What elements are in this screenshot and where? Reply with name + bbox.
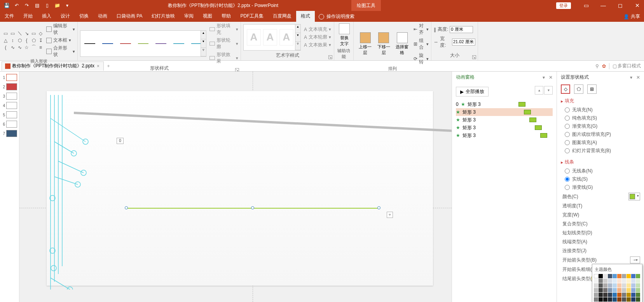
anim-item[interactable]: ★矩形 3 (456, 132, 553, 139)
opt-no-fill[interactable]: 无填充(N) (561, 106, 640, 114)
rotate-button[interactable]: ⟳旋转 ▾ (414, 52, 429, 65)
thumb-2[interactable]: 2 (2, 83, 17, 90)
opt-solid-line[interactable]: 实线(S) (561, 175, 640, 183)
qat-more-icon[interactable]: ▾ (64, 2, 71, 9)
group-button[interactable]: ⊞组合 ▾ (414, 37, 429, 51)
resize-handle-mid[interactable] (251, 206, 254, 209)
launcher-icon[interactable]: ↘ (328, 55, 332, 59)
tab-help[interactable]: 帮助 (217, 11, 236, 22)
theme-color-grid[interactable] (594, 274, 641, 302)
login-button[interactable]: 登录 (556, 2, 571, 9)
tab-transition[interactable]: 切换 (75, 11, 93, 22)
begin-arrow-type-button[interactable]: ⇢▾ (630, 256, 640, 263)
shape-effects-button[interactable]: 形状效果 ▾ (209, 51, 238, 65)
undo-icon[interactable]: ↶ (13, 2, 20, 9)
share-button[interactable]: 👤 共享 (620, 11, 644, 22)
anim-item[interactable]: ★矩形 3 (456, 108, 553, 116)
tab-insert[interactable]: 插入 (37, 11, 56, 22)
fmt-pane-options-icon[interactable]: ▾ (630, 75, 632, 80)
opt-picture-fill[interactable]: 图片或纹理填充(P) (561, 130, 640, 139)
move-down-button[interactable]: ▾ (544, 86, 553, 95)
text-outline-button[interactable]: A文本轮廓 ▾ (304, 34, 331, 40)
new-file-icon[interactable]: ▯ (44, 2, 51, 9)
wa-more-icon[interactable]: ▿ (295, 42, 300, 50)
minimize-icon[interactable]: — (597, 2, 610, 9)
tab-pocket-anim[interactable]: 口袋动画 PA (112, 11, 147, 22)
shape-outline-button[interactable]: 形状轮廓 ▾ (209, 37, 238, 50)
move-up-button[interactable]: ▴ (535, 86, 543, 95)
wordart-gallery[interactable]: AAA ▴▾▿ (243, 24, 301, 51)
text-fill-button[interactable]: A文本填充 ▾ (304, 26, 331, 33)
tool-icon-2[interactable]: ✿ (602, 63, 606, 69)
tab-review[interactable]: 审阅 (180, 11, 198, 22)
width-input[interactable] (452, 39, 475, 46)
align-button[interactable]: ⇤对齐 ▾ (414, 23, 429, 36)
tool-icon-1[interactable]: ⚲ (595, 63, 599, 69)
anim-pane-options-icon[interactable]: ▾ (543, 75, 545, 80)
close-icon[interactable]: ✕ (631, 2, 644, 9)
redo-icon[interactable]: ↷ (23, 2, 30, 9)
ribbon-display-icon[interactable]: ▭ (579, 2, 593, 9)
thumb-5[interactable]: 5 (2, 111, 17, 118)
maximize-icon[interactable]: ◻ (614, 2, 627, 9)
tab-baidu[interactable]: 百度网盘 (268, 11, 296, 22)
gallery-more-icon[interactable]: ▿ (201, 48, 206, 56)
tab-animation[interactable]: 动画 (93, 11, 112, 22)
tell-me[interactable]: 操作说明搜索 (315, 11, 358, 22)
counter-box[interactable]: 0 (117, 138, 124, 144)
anim-pane-close-icon[interactable]: ✕ (549, 75, 553, 80)
open-file-icon[interactable]: 📁 (54, 2, 61, 9)
multiwindow-button[interactable]: ▢ 多窗口模式 (613, 63, 641, 69)
alt-text-button[interactable]: 替换 文字 (337, 23, 352, 47)
gallery-up-icon[interactable]: ▴ (201, 31, 206, 39)
section-fill-header[interactable]: ▸ 填充 (561, 98, 640, 104)
text-effects-button[interactable]: A文本效果 ▾ (304, 42, 331, 48)
tab-pdf[interactable]: PDF工具集 (236, 11, 268, 22)
section-line-header[interactable]: ▸ 线条 (561, 159, 640, 165)
thumb-6[interactable]: 6 (2, 121, 17, 128)
wa-down-icon[interactable]: ▾ (295, 33, 300, 42)
slide[interactable] (47, 91, 433, 286)
anim-item[interactable]: 0★矩形 3 (456, 100, 553, 108)
tab-design[interactable]: 设计 (56, 11, 75, 22)
play-all-button[interactable]: ▶全部播放 (456, 87, 489, 97)
fill-line-tab-icon[interactable]: ◇ (561, 84, 570, 94)
fmt-pane-close-icon[interactable]: ✕ (636, 75, 640, 80)
start-from-beginning-icon[interactable]: ▤ (33, 2, 40, 9)
save-icon[interactable]: 💾 (3, 2, 10, 9)
bring-forward-button[interactable]: 上移一层 (356, 32, 374, 56)
tab-slideshow[interactable]: 幻灯片放映 (147, 11, 180, 22)
thumb-1[interactable]: 1 (2, 74, 17, 81)
add-handle[interactable]: + (387, 212, 393, 218)
color-button[interactable] (628, 193, 640, 200)
tab-format[interactable]: 格式 (296, 11, 315, 22)
opt-gradient-line[interactable]: 渐变线(G) (561, 183, 640, 191)
anim-item[interactable]: ★矩形 3 (456, 116, 553, 124)
opt-slidebg-fill[interactable]: 幻灯片背景填充(B) (561, 147, 640, 155)
selection-pane-button[interactable]: 选择窗格 (393, 32, 411, 56)
tab-file[interactable]: 文件 (0, 11, 19, 22)
tab-home[interactable]: 开始 (19, 11, 37, 22)
shape-style-gallery[interactable]: ▴▾▿ (80, 30, 206, 57)
opt-no-line[interactable]: 无线条(N) (561, 167, 640, 175)
opt-gradient-fill[interactable]: 渐变填充(G) (561, 122, 640, 130)
launcher-icon[interactable]: ↘ (472, 55, 476, 59)
resize-handle-left[interactable] (125, 206, 128, 209)
shape-fill-button[interactable]: 形状填充 ▾ (209, 23, 238, 36)
merge-shape-button[interactable]: 合并形状 ▾ (46, 45, 75, 58)
thumb-7[interactable]: 7 (2, 130, 17, 137)
gallery-down-icon[interactable]: ▾ (201, 39, 206, 48)
height-input[interactable] (450, 26, 473, 33)
anim-item[interactable]: ★矩形 3 (456, 124, 553, 132)
thumb-4[interactable]: 4 (2, 102, 17, 109)
tab-view[interactable]: 视图 (198, 11, 217, 22)
send-backward-button[interactable]: 下移一层 (374, 32, 393, 56)
shape-gallery[interactable]: ▭▭＼↘▭◇ △↕⬡{⬠↧ (∿∿☆⌒≡ (2, 30, 44, 51)
resize-handle-right[interactable] (377, 206, 380, 209)
edit-shape-button[interactable]: 编辑形状 ▾ (46, 23, 75, 36)
opt-pattern-fill[interactable]: 图案填充(A) (561, 139, 640, 147)
effects-tab-icon[interactable]: ⬠ (574, 84, 583, 94)
opt-solid-fill[interactable]: 纯色填充(S) (561, 114, 640, 122)
thumb-3[interactable]: 3 (2, 93, 17, 100)
size-props-tab-icon[interactable]: ⊞ (587, 84, 597, 94)
